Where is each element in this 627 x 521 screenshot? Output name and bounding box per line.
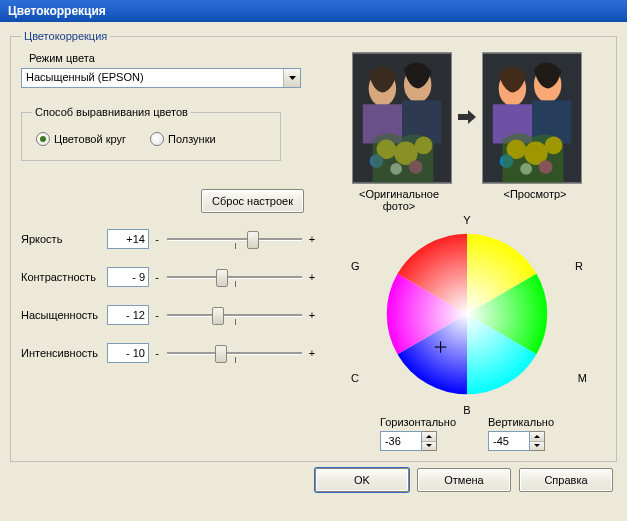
intensity-value[interactable]: - 10 <box>107 343 149 363</box>
alignment-legend: Способ выравнивания цветов <box>32 106 191 118</box>
contrast-slider[interactable] <box>167 267 302 287</box>
reset-button-label: Сброс настроек <box>212 195 293 207</box>
original-caption: <Оригинальное фото> <box>344 188 454 212</box>
wheel-label-c: C <box>351 372 359 384</box>
horizontal-spin[interactable]: -36 <box>380 431 456 451</box>
saturation-row: Насыщенность - 12 - + <box>21 305 316 325</box>
color-mode-combo[interactable]: Насыщенный (EPSON) <box>21 68 301 88</box>
brightness-row: Яркость +14 - + <box>21 229 316 249</box>
titlebar: Цветокоррекция <box>0 0 627 22</box>
alignment-radio-row: Цветовой круг Ползунки <box>32 128 270 150</box>
svg-marker-12 <box>458 110 476 124</box>
spin-up-button[interactable] <box>422 432 436 441</box>
plus-icon: + <box>308 309 316 321</box>
svg-marker-0 <box>289 76 296 80</box>
radio-color-wheel-label: Цветовой круг <box>54 133 126 145</box>
combo-dropdown-button[interactable] <box>283 69 300 87</box>
plus-icon: + <box>308 347 316 359</box>
vertical-value[interactable]: -45 <box>488 431 530 451</box>
help-button[interactable]: Справка <box>519 468 613 492</box>
radio-color-wheel[interactable]: Цветовой круг <box>36 132 126 146</box>
reset-button[interactable]: Сброс настроек <box>201 189 304 213</box>
button-bar: OK Отмена Справка <box>10 462 617 492</box>
slider-thumb[interactable] <box>216 269 228 287</box>
color-wheel[interactable] <box>382 229 552 399</box>
color-correction-window: Цветокоррекция Цветокоррекция Режим цвет… <box>0 0 627 521</box>
svg-marker-27 <box>426 435 432 438</box>
horizontal-block: Горизонтально -36 <box>380 416 456 451</box>
right-column: <Оригинальное фото> <Просмотр> Y G R C M… <box>328 48 606 451</box>
svg-marker-28 <box>426 444 432 447</box>
preview-caption: <Просмотр> <box>480 188 590 212</box>
content-columns: Режим цвета Насыщенный (EPSON) Способ вы… <box>21 48 606 451</box>
svg-marker-29 <box>534 435 540 438</box>
color-wheel-area: Y G R C M B <box>337 214 597 414</box>
vertical-spin[interactable]: -45 <box>488 431 554 451</box>
original-preview-image <box>352 52 452 184</box>
brightness-slider[interactable] <box>167 229 302 249</box>
vertical-block: Вертикально -45 <box>488 416 554 451</box>
wheel-label-y: Y <box>463 214 470 226</box>
contrast-row: Контрастность - 9 - + <box>21 267 316 287</box>
minus-icon: - <box>153 309 161 321</box>
saturation-value[interactable]: - 12 <box>107 305 149 325</box>
plus-icon: + <box>308 271 316 283</box>
horizontal-label: Горизонтально <box>380 416 456 428</box>
arrow-right-icon <box>458 110 476 126</box>
group-legend: Цветокоррекция <box>21 30 110 42</box>
spin-buttons <box>530 431 545 451</box>
wheel-label-g: G <box>351 260 360 272</box>
minus-icon: - <box>153 271 161 283</box>
intensity-label: Интенсивность <box>21 347 103 359</box>
brightness-label: Яркость <box>21 233 103 245</box>
spin-buttons <box>422 431 437 451</box>
hv-row: Горизонтально -36 Вертикально <box>380 416 554 451</box>
alignment-method-group: Способ выравнивания цветов Цветовой круг… <box>21 106 281 161</box>
horizontal-value[interactable]: -36 <box>380 431 422 451</box>
saturation-slider[interactable] <box>167 305 302 325</box>
left-column: Режим цвета Насыщенный (EPSON) Способ вы… <box>21 48 316 451</box>
sliders-panel: Яркость +14 - + Контрастность - 9 <box>21 229 316 363</box>
vertical-label: Вертикально <box>488 416 554 428</box>
minus-icon: - <box>153 347 161 359</box>
svg-point-24 <box>387 234 548 395</box>
radio-icon <box>150 132 164 146</box>
slider-thumb[interactable] <box>215 345 227 363</box>
saturation-label: Насыщенность <box>21 309 103 321</box>
cancel-button[interactable]: Отмена <box>417 468 511 492</box>
spin-down-button[interactable] <box>422 441 436 451</box>
reset-row: Сброс настроек <box>21 189 316 213</box>
spin-down-button[interactable] <box>530 441 544 451</box>
wheel-label-r: R <box>575 260 583 272</box>
color-correction-group: Цветокоррекция Режим цвета Насыщенный (E… <box>10 30 617 462</box>
slider-thumb[interactable] <box>247 231 259 249</box>
radio-sliders[interactable]: Ползунки <box>150 132 216 146</box>
intensity-slider[interactable] <box>167 343 302 363</box>
brightness-value[interactable]: +14 <box>107 229 149 249</box>
minus-icon: - <box>153 233 161 245</box>
plus-icon: + <box>308 233 316 245</box>
previews <box>352 52 582 184</box>
slider-thumb[interactable] <box>212 307 224 325</box>
ok-button[interactable]: OK <box>315 468 409 492</box>
preview-captions: <Оригинальное фото> <Просмотр> <box>344 188 590 212</box>
color-mode-selected: Насыщенный (EPSON) <box>22 69 283 87</box>
color-mode-label: Режим цвета <box>29 52 316 64</box>
radio-sliders-label: Ползунки <box>168 133 216 145</box>
wheel-label-b: B <box>463 404 470 416</box>
adjusted-preview-image <box>482 52 582 184</box>
chevron-down-icon <box>289 76 296 80</box>
svg-marker-30 <box>534 444 540 447</box>
client-area: Цветокоррекция Режим цвета Насыщенный (E… <box>0 22 627 521</box>
spin-up-button[interactable] <box>530 432 544 441</box>
window-title: Цветокоррекция <box>8 4 106 18</box>
radio-icon <box>36 132 50 146</box>
contrast-value[interactable]: - 9 <box>107 267 149 287</box>
contrast-label: Контрастность <box>21 271 103 283</box>
wheel-label-m: M <box>578 372 587 384</box>
intensity-row: Интенсивность - 10 - + <box>21 343 316 363</box>
